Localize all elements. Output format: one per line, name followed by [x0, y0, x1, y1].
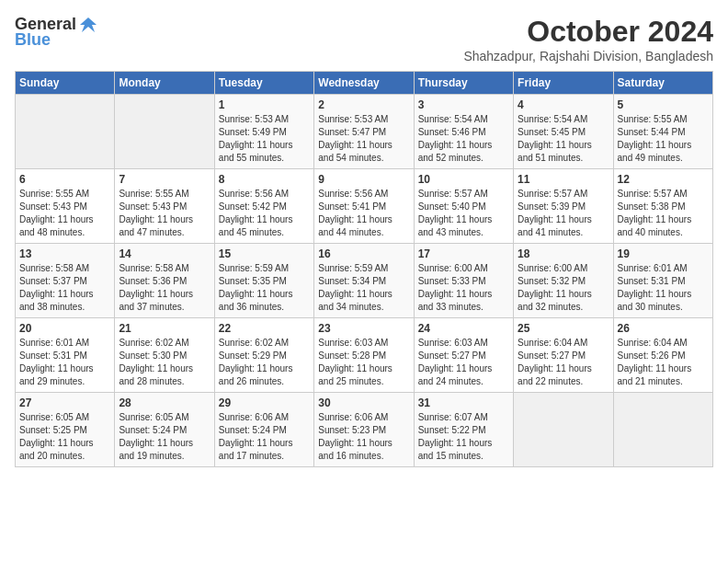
day-number: 9 [318, 173, 409, 186]
calendar-cell: 6Sunrise: 5:55 AMSunset: 5:43 PMDaylight… [16, 169, 115, 244]
calendar-cell: 2Sunrise: 5:53 AMSunset: 5:47 PMDaylight… [314, 95, 414, 169]
logo-bird-icon [78, 16, 98, 34]
cell-info: Sunrise: 5:58 AMSunset: 5:37 PMDaylight:… [19, 262, 110, 314]
calendar-week-row: 6Sunrise: 5:55 AMSunset: 5:43 PMDaylight… [16, 169, 713, 244]
calendar-cell: 3Sunrise: 5:54 AMSunset: 5:46 PMDaylight… [414, 95, 513, 169]
calendar-cell: 8Sunrise: 5:56 AMSunset: 5:42 PMDaylight… [214, 169, 313, 244]
day-number: 6 [19, 173, 110, 186]
calendar-cell: 22Sunrise: 6:02 AMSunset: 5:29 PMDayligh… [214, 318, 313, 393]
cell-info: Sunrise: 5:59 AMSunset: 5:35 PMDaylight:… [219, 262, 310, 314]
day-number: 8 [219, 173, 310, 186]
cell-info: Sunrise: 5:56 AMSunset: 5:41 PMDaylight:… [318, 188, 409, 239]
cell-info: Sunrise: 6:06 AMSunset: 5:23 PMDaylight:… [318, 411, 409, 463]
day-number: 12 [618, 173, 709, 186]
day-number: 29 [219, 396, 310, 409]
day-number: 14 [119, 247, 210, 260]
day-number: 26 [618, 322, 709, 335]
day-number: 5 [618, 98, 709, 111]
calendar-cell: 14Sunrise: 5:58 AMSunset: 5:36 PMDayligh… [115, 244, 214, 318]
cell-info: Sunrise: 5:58 AMSunset: 5:36 PMDaylight:… [119, 262, 210, 314]
day-number: 4 [518, 98, 609, 111]
day-number: 3 [418, 98, 509, 111]
day-number: 17 [418, 247, 509, 260]
calendar-cell: 26Sunrise: 6:04 AMSunset: 5:26 PMDayligh… [613, 318, 712, 393]
day-number: 10 [418, 173, 509, 186]
cell-info: Sunrise: 6:05 AMSunset: 5:24 PMDaylight:… [119, 411, 210, 463]
cell-info: Sunrise: 5:59 AMSunset: 5:34 PMDaylight:… [318, 262, 409, 314]
cell-info: Sunrise: 6:06 AMSunset: 5:24 PMDaylight:… [219, 411, 310, 463]
calendar-cell: 23Sunrise: 6:03 AMSunset: 5:28 PMDayligh… [314, 318, 414, 393]
calendar-cell: 31Sunrise: 6:07 AMSunset: 5:22 PMDayligh… [414, 393, 513, 467]
calendar-week-row: 27Sunrise: 6:05 AMSunset: 5:25 PMDayligh… [16, 393, 713, 467]
weekday-header-tuesday: Tuesday [214, 72, 313, 95]
title-area: October 2024 Shahzadpur, Rajshahi Divisi… [463, 15, 713, 63]
calendar-cell: 17Sunrise: 6:00 AMSunset: 5:33 PMDayligh… [414, 244, 513, 318]
day-number: 19 [618, 247, 709, 260]
calendar-cell: 18Sunrise: 6:00 AMSunset: 5:32 PMDayligh… [514, 244, 613, 318]
cell-info: Sunrise: 5:55 AMSunset: 5:43 PMDaylight:… [19, 188, 110, 239]
weekday-header-friday: Friday [514, 72, 613, 95]
calendar-cell [115, 95, 214, 169]
month-title: October 2024 [463, 15, 713, 49]
day-number: 13 [19, 247, 110, 260]
cell-info: Sunrise: 6:02 AMSunset: 5:29 PMDaylight:… [219, 337, 310, 388]
cell-info: Sunrise: 5:56 AMSunset: 5:42 PMDaylight:… [219, 188, 310, 239]
calendar-table: SundayMondayTuesdayWednesdayThursdayFrid… [15, 71, 713, 467]
calendar-cell: 10Sunrise: 5:57 AMSunset: 5:40 PMDayligh… [414, 169, 513, 244]
cell-info: Sunrise: 5:54 AMSunset: 5:45 PMDaylight:… [518, 113, 609, 165]
weekday-header-wednesday: Wednesday [314, 72, 414, 95]
weekday-header-saturday: Saturday [613, 72, 712, 95]
cell-info: Sunrise: 5:57 AMSunset: 5:40 PMDaylight:… [418, 188, 509, 239]
calendar-cell: 15Sunrise: 5:59 AMSunset: 5:35 PMDayligh… [214, 244, 313, 318]
header: General Blue October 2024 Shahzadpur, Ra… [15, 15, 713, 63]
day-number: 2 [318, 98, 409, 111]
cell-info: Sunrise: 5:53 AMSunset: 5:49 PMDaylight:… [219, 113, 310, 165]
day-number: 27 [19, 396, 110, 409]
calendar-cell: 29Sunrise: 6:06 AMSunset: 5:24 PMDayligh… [214, 393, 313, 467]
day-number: 20 [19, 322, 110, 335]
day-number: 22 [219, 322, 310, 335]
day-number: 23 [318, 322, 409, 335]
calendar-cell: 1Sunrise: 5:53 AMSunset: 5:49 PMDaylight… [214, 95, 313, 169]
calendar-cell: 13Sunrise: 5:58 AMSunset: 5:37 PMDayligh… [16, 244, 115, 318]
calendar-cell: 4Sunrise: 5:54 AMSunset: 5:45 PMDaylight… [514, 95, 613, 169]
calendar-cell: 19Sunrise: 6:01 AMSunset: 5:31 PMDayligh… [613, 244, 712, 318]
cell-info: Sunrise: 5:57 AMSunset: 5:39 PMDaylight:… [518, 188, 609, 239]
day-number: 1 [219, 98, 310, 111]
calendar-cell: 30Sunrise: 6:06 AMSunset: 5:23 PMDayligh… [314, 393, 414, 467]
cell-info: Sunrise: 5:54 AMSunset: 5:46 PMDaylight:… [418, 113, 509, 165]
logo: General Blue [15, 15, 98, 50]
cell-info: Sunrise: 6:05 AMSunset: 5:25 PMDaylight:… [19, 411, 110, 463]
cell-info: Sunrise: 6:00 AMSunset: 5:32 PMDaylight:… [518, 262, 609, 314]
calendar-week-row: 20Sunrise: 6:01 AMSunset: 5:31 PMDayligh… [16, 318, 713, 393]
calendar-week-row: 1Sunrise: 5:53 AMSunset: 5:49 PMDaylight… [16, 95, 713, 169]
cell-info: Sunrise: 6:04 AMSunset: 5:26 PMDaylight:… [618, 337, 709, 388]
day-number: 16 [318, 247, 409, 260]
calendar-cell [613, 393, 712, 467]
location-subtitle: Shahzadpur, Rajshahi Division, Banglades… [463, 49, 713, 63]
calendar-cell: 21Sunrise: 6:02 AMSunset: 5:30 PMDayligh… [115, 318, 214, 393]
calendar-cell: 24Sunrise: 6:03 AMSunset: 5:27 PMDayligh… [414, 318, 513, 393]
logo-blue-text: Blue [15, 30, 51, 50]
calendar-cell: 20Sunrise: 6:01 AMSunset: 5:31 PMDayligh… [16, 318, 115, 393]
calendar-cell: 12Sunrise: 5:57 AMSunset: 5:38 PMDayligh… [613, 169, 712, 244]
cell-info: Sunrise: 6:01 AMSunset: 5:31 PMDaylight:… [19, 337, 110, 388]
day-number: 7 [119, 173, 210, 186]
day-number: 18 [518, 247, 609, 260]
cell-info: Sunrise: 5:57 AMSunset: 5:38 PMDaylight:… [618, 188, 709, 239]
day-number: 24 [418, 322, 509, 335]
cell-info: Sunrise: 6:00 AMSunset: 5:33 PMDaylight:… [418, 262, 509, 314]
calendar-cell: 27Sunrise: 6:05 AMSunset: 5:25 PMDayligh… [16, 393, 115, 467]
cell-info: Sunrise: 5:53 AMSunset: 5:47 PMDaylight:… [318, 113, 409, 165]
cell-info: Sunrise: 6:01 AMSunset: 5:31 PMDaylight:… [618, 262, 709, 314]
calendar-cell: 5Sunrise: 5:55 AMSunset: 5:44 PMDaylight… [613, 95, 712, 169]
calendar-cell: 28Sunrise: 6:05 AMSunset: 5:24 PMDayligh… [115, 393, 214, 467]
weekday-header-sunday: Sunday [16, 72, 115, 95]
cell-info: Sunrise: 6:07 AMSunset: 5:22 PMDaylight:… [418, 411, 509, 463]
calendar-cell: 25Sunrise: 6:04 AMSunset: 5:27 PMDayligh… [514, 318, 613, 393]
calendar-week-row: 13Sunrise: 5:58 AMSunset: 5:37 PMDayligh… [16, 244, 713, 318]
cell-info: Sunrise: 6:04 AMSunset: 5:27 PMDaylight:… [518, 337, 609, 388]
calendar-cell: 11Sunrise: 5:57 AMSunset: 5:39 PMDayligh… [514, 169, 613, 244]
svg-marker-0 [80, 17, 97, 32]
calendar-cell [16, 95, 115, 169]
